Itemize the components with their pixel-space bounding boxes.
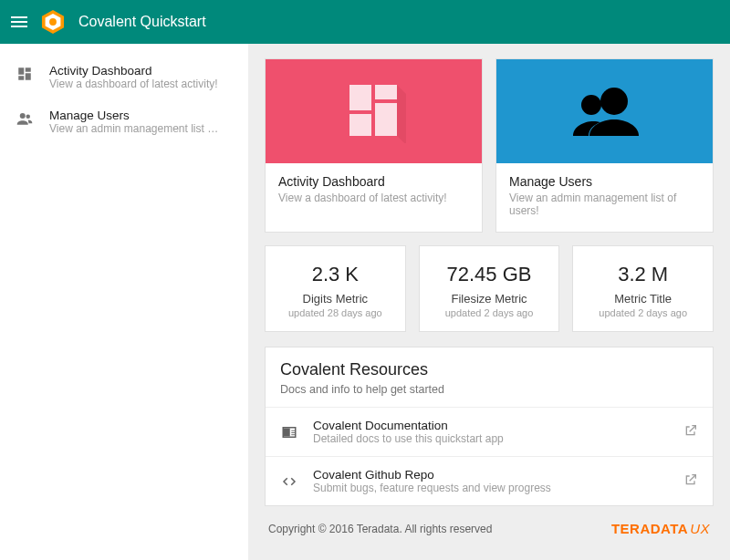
metric-name: Metric Title <box>580 292 705 306</box>
svg-point-8 <box>26 115 31 119</box>
metric-card: 2.3 K Digits Metric updated 28 days ago <box>265 245 406 332</box>
users-hero-icon <box>564 79 646 143</box>
metric-name: Filesize Metric <box>427 292 552 306</box>
resource-subtitle: Detailed docs to use this quickstart app <box>313 432 669 445</box>
svg-rect-16 <box>284 428 290 436</box>
metric-card: 3.2 M Metric Title updated 2 days ago <box>572 245 714 332</box>
app-logo <box>40 9 66 35</box>
card-users[interactable]: Manage Users View an admin management li… <box>495 58 714 233</box>
resource-subtitle: Submit bugs, feature requests and view p… <box>313 482 669 494</box>
resource-title: Covalent Documentation <box>313 419 669 432</box>
dashboard-icon <box>16 64 33 90</box>
svg-rect-19 <box>291 434 296 435</box>
sidebar: Activity Dashboard View a dashboard of l… <box>0 44 248 560</box>
metric-updated: updated 28 days ago <box>273 307 398 318</box>
launch-icon[interactable] <box>683 423 698 441</box>
metric-updated: updated 2 days ago <box>427 307 552 318</box>
svg-rect-10 <box>375 85 397 99</box>
sidebar-item-users[interactable]: Manage Users View an admin management li… <box>0 99 248 144</box>
svg-rect-6 <box>18 76 24 80</box>
svg-point-14 <box>600 88 628 115</box>
app-title: Covalent Quickstart <box>78 14 206 30</box>
resource-item-github[interactable]: Covalent Github Repo Submit bugs, featur… <box>266 456 713 505</box>
svg-point-15 <box>581 95 601 115</box>
svg-rect-4 <box>26 67 31 72</box>
metric-value: 3.2 M <box>580 263 705 286</box>
svg-point-7 <box>20 113 26 119</box>
svg-rect-5 <box>26 73 31 80</box>
brand-logo: TERADATAUX <box>611 521 710 536</box>
users-icon <box>16 109 33 135</box>
svg-point-2 <box>49 18 57 26</box>
card-subtitle: View an admin management list of users! <box>509 192 700 217</box>
sidebar-item-subtitle: View a dashboard of latest activity! <box>49 78 218 90</box>
resources-panel: Covalent Resources Docs and info to help… <box>265 347 714 506</box>
resource-title: Covalent Github Repo <box>313 468 669 482</box>
code-icon <box>280 473 298 490</box>
resources-title: Covalent Resources <box>280 360 698 379</box>
card-subtitle: View a dashboard of latest activity! <box>278 192 469 204</box>
svg-rect-12 <box>349 114 371 136</box>
metric-value: 72.45 GB <box>427 263 552 286</box>
metric-card: 72.45 GB Filesize Metric updated 2 days … <box>419 245 560 332</box>
menu-icon[interactable] <box>11 14 27 30</box>
sidebar-item-dashboard[interactable]: Activity Dashboard View a dashboard of l… <box>0 55 248 99</box>
svg-rect-11 <box>375 103 397 136</box>
dashboard-hero-icon <box>342 79 406 143</box>
metric-updated: updated 2 days ago <box>580 307 705 318</box>
svg-rect-3 <box>18 67 24 75</box>
metric-value: 2.3 K <box>273 263 398 286</box>
resource-item-docs[interactable]: Covalent Documentation Detailed docs to … <box>266 407 713 456</box>
resources-subtitle: Docs and info to help get started <box>280 383 698 396</box>
card-title: Manage Users <box>509 174 700 189</box>
main-content: Activity Dashboard View a dashboard of l… <box>248 44 730 560</box>
copyright-text: Copyright © 2016 Teradata. All rights re… <box>268 523 492 535</box>
svg-marker-13 <box>397 85 406 143</box>
app-header: Covalent Quickstart <box>0 0 730 44</box>
metric-name: Digits Metric <box>273 292 398 306</box>
svg-rect-9 <box>349 85 371 110</box>
chrome-reader-icon <box>280 424 298 441</box>
launch-icon[interactable] <box>683 472 698 491</box>
card-dashboard[interactable]: Activity Dashboard View a dashboard of l… <box>265 58 483 233</box>
svg-rect-18 <box>291 432 296 433</box>
sidebar-item-title: Manage Users <box>49 109 223 122</box>
card-hero <box>496 59 713 163</box>
footer: Copyright © 2016 Teradata. All rights re… <box>265 515 714 540</box>
card-hero <box>266 59 482 163</box>
sidebar-item-title: Activity Dashboard <box>49 64 218 78</box>
sidebar-item-subtitle: View an admin management list of use.. <box>49 122 223 135</box>
svg-rect-17 <box>291 430 296 430</box>
card-title: Activity Dashboard <box>278 174 469 189</box>
